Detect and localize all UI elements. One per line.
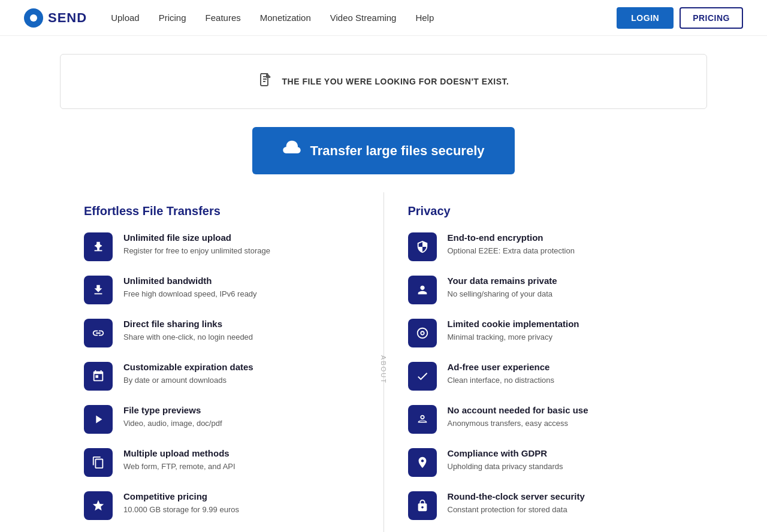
nav-links: UploadPricingFeaturesMonetizationVideo S… [111,10,617,25]
right-items: End-to-end encryption Optional E2EE: Ext… [408,232,684,520]
left-column: Effortless File Transfers Unlimited file… [60,192,384,532]
feature-content-1: Unlimited bandwidth Free high download s… [123,276,257,300]
feature-title-6: Round-the-clock server security [448,491,585,501]
feature-item-1: Your data remains private No selling/sha… [408,276,684,304]
logo-icon [24,8,43,28]
feature-item-5: Compliance with GDPR Upholding data priv… [408,448,684,477]
nav-link-pricing[interactable]: Pricing [159,10,186,25]
feature-content-0: End-to-end encryption Optional E2EE: Ext… [448,232,575,257]
feature-desc-0: Optional E2EE: Extra data protection [448,245,575,257]
feature-title-5: Compliance with GDPR [448,448,563,458]
nav-buttons: LOGIN PRICING [617,7,743,29]
check-icon [408,362,437,391]
feature-title-1: Your data remains private [448,276,557,286]
feature-item-3: Customizable expiration dates By date or… [84,362,360,391]
pricing-button[interactable]: PRICING [680,7,743,29]
feature-content-6: Round-the-clock server security Constant… [448,491,585,516]
feature-content-4: No account needed for basic use Anonymou… [448,405,588,430]
feature-content-1: Your data remains private No selling/sha… [448,276,557,300]
feature-desc-3: By date or amount downloads [123,374,253,386]
file-missing-icon [258,72,273,90]
feature-item-6: Round-the-clock server security Constant… [408,491,684,520]
feature-desc-5: Upholding data privacy standards [448,461,563,473]
feature-content-2: Direct file sharing links Share with one… [123,319,253,343]
target-icon [408,319,437,347]
person-outline-icon [408,405,437,434]
feature-content-3: Ad-free user experience Clean interface,… [448,362,554,386]
cta-wrapper: Transfer large files securely [0,127,767,174]
feature-item-2: Direct file sharing links Share with one… [84,319,360,347]
feature-title-3: Ad-free user experience [448,362,554,372]
feature-title-2: Limited cookie implementation [448,319,579,329]
shield-icon [408,232,437,261]
feature-item-1: Unlimited bandwidth Free high download s… [84,276,360,304]
feature-title-6: Competitive pricing [123,491,239,501]
cloud-upload-icon [282,139,301,162]
nav-link-video-streaming[interactable]: Video Streaming [330,10,397,25]
star-icon [84,491,113,520]
feature-title-4: No account needed for basic use [448,405,588,415]
feature-title-3: Customizable expiration dates [123,362,253,372]
navbar: SEND UploadPricingFeaturesMonetizationVi… [0,0,767,36]
feature-desc-2: Minimal tracking, more privacy [448,331,579,343]
svg-point-0 [30,14,37,22]
feature-item-2: Limited cookie implementation Minimal tr… [408,319,684,347]
feature-desc-3: Clean interface, no distractions [448,374,554,386]
alert-text: THE FILE YOU WERE LOOKING FOR DOESN'T EX… [282,77,509,86]
lock-icon [408,491,437,520]
feature-item-4: No account needed for basic use Anonymou… [408,405,684,434]
alert-box: THE FILE YOU WERE LOOKING FOR DOESN'T EX… [60,54,707,109]
feature-desc-1: Free high download speed, IPv6 ready [123,288,257,300]
left-col-title: Effortless File Transfers [84,204,360,218]
feature-content-5: Compliance with GDPR Upholding data priv… [448,448,563,473]
feature-item-5: Multiple upload methods Web form, FTP, r… [84,448,360,477]
calendar-icon [84,362,113,391]
feature-item-3: Ad-free user experience Clean interface,… [408,362,684,391]
location-icon [408,448,437,477]
feature-desc-1: No selling/sharing of your data [448,288,557,300]
left-items: Unlimited file size upload Register for … [84,232,360,520]
nav-link-help[interactable]: Help [415,10,434,25]
right-column: Privacy End-to-end encryption Optional E… [384,192,708,532]
feature-content-6: Competitive pricing 10.000 GB storage fo… [123,491,239,516]
feature-title-2: Direct file sharing links [123,319,253,329]
play-icon [84,405,113,434]
feature-desc-5: Web form, FTP, remote, and API [123,461,235,473]
login-button[interactable]: LOGIN [617,7,674,29]
feature-title-0: Unlimited file size upload [123,232,270,243]
feature-desc-2: Share with one-click, no login needed [123,331,253,343]
feature-content-0: Unlimited file size upload Register for … [123,232,270,257]
feature-desc-0: Register for free to enjoy unlimited sto… [123,245,270,257]
copy-icon [84,448,113,477]
feature-item-6: Competitive pricing 10.000 GB storage fo… [84,491,360,520]
about-label: ABOUT [380,355,387,384]
feature-item-0: End-to-end encryption Optional E2EE: Ext… [408,232,684,261]
feature-desc-4: Anonymous transfers, easy access [448,418,588,430]
link-icon [84,319,113,347]
feature-item-4: File type previews Video, audio, image, … [84,405,360,434]
nav-link-upload[interactable]: Upload [111,10,140,25]
feature-content-5: Multiple upload methods Web form, FTP, r… [123,448,235,473]
cta-label: Transfer large files securely [310,143,484,159]
feature-desc-6: Constant protection for stored data [448,504,585,516]
feature-desc-4: Video, audio, image, doc/pdf [123,418,222,430]
feature-content-4: File type previews Video, audio, image, … [123,405,222,430]
upload-icon [84,232,113,261]
feature-desc-6: 10.000 GB storage for 9.99 euros [123,504,239,516]
features-section: Effortless File Transfers Unlimited file… [60,192,707,532]
nav-link-monetization[interactable]: Monetization [260,10,311,25]
feature-title-0: End-to-end encryption [448,232,575,243]
feature-content-3: Customizable expiration dates By date or… [123,362,253,386]
feature-item-0: Unlimited file size upload Register for … [84,232,360,261]
logo[interactable]: SEND [24,8,87,28]
feature-title-5: Multiple upload methods [123,448,235,458]
download-icon [84,276,113,304]
logo-text: SEND [48,10,87,26]
person-icon [408,276,437,304]
cta-button[interactable]: Transfer large files securely [252,127,514,174]
right-col-title: Privacy [408,204,684,218]
feature-title-4: File type previews [123,405,222,415]
feature-content-2: Limited cookie implementation Minimal tr… [448,319,579,343]
nav-link-features[interactable]: Features [206,10,241,25]
feature-title-1: Unlimited bandwidth [123,276,257,286]
